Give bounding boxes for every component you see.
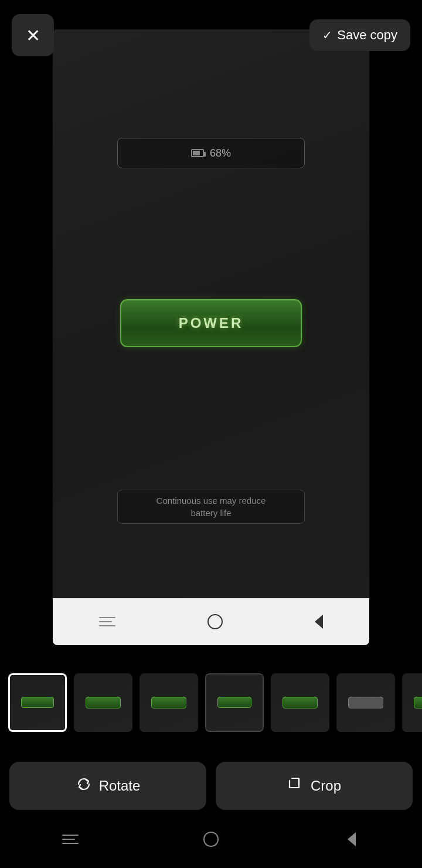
thumb-power-indicator (217, 697, 251, 708)
battery-percentage: 68% (210, 147, 231, 160)
thumbnail-preview (206, 674, 263, 731)
battery-fill (193, 151, 200, 155)
thumbnail-strip (0, 669, 422, 736)
thumbnail-preview (402, 673, 422, 732)
warning-text: Continuous use may reducebattery life (156, 494, 266, 519)
battery-indicator: 68% (117, 138, 305, 168)
close-icon: ✕ (26, 25, 40, 46)
system-menu-icon[interactable] (59, 828, 82, 851)
thumbnail-item[interactable] (271, 673, 329, 732)
thumb-power-indicator (21, 697, 54, 708)
rotate-label: Rotate (99, 778, 141, 794)
power-label: POWER (179, 315, 244, 331)
thumbnail-item[interactable] (402, 673, 422, 732)
save-copy-label: Save copy (337, 28, 397, 43)
inner-menu-icon (99, 617, 115, 626)
thumbnail-item[interactable] (74, 673, 132, 732)
thumbnail-preview (10, 675, 65, 730)
system-nav (0, 816, 422, 868)
rotate-icon (76, 776, 92, 796)
thumb-power-indicator (348, 697, 383, 708)
thumb-power-indicator (414, 697, 422, 708)
save-copy-button[interactable]: ✓ Save copy (309, 19, 410, 51)
thumb-power-indicator (151, 697, 186, 708)
thumbnail-preview (74, 673, 132, 732)
screenshot-content: 68% POWER Continuous use may reducebatte… (53, 29, 369, 645)
thumb-power-indicator (86, 697, 121, 708)
rotate-button[interactable]: Rotate (9, 762, 206, 810)
crop-button[interactable]: Crop (216, 762, 413, 810)
close-button[interactable]: ✕ (12, 14, 54, 56)
inner-home-icon (207, 614, 223, 629)
inner-nav-bar (53, 598, 369, 645)
action-bar: Rotate Crop (0, 757, 422, 815)
power-button[interactable]: POWER (120, 299, 302, 347)
system-back-icon[interactable] (340, 828, 363, 851)
crop-icon (287, 776, 304, 796)
inner-back-icon (315, 615, 323, 629)
thumbnail-preview (336, 673, 395, 732)
thumbnail-preview (271, 673, 329, 732)
system-home-icon[interactable] (199, 828, 223, 851)
thumbnail-item[interactable] (336, 673, 395, 732)
thumbnail-item[interactable] (205, 673, 264, 732)
thumbnail-item[interactable] (8, 673, 67, 732)
checkmark-icon: ✓ (322, 28, 332, 42)
warning-box: Continuous use may reducebattery life (117, 490, 305, 524)
top-bar: ✕ ✓ Save copy (0, 0, 422, 70)
screenshot-preview: 68% POWER Continuous use may reducebatte… (53, 29, 369, 645)
battery-icon (191, 149, 204, 157)
thumbnail-preview (139, 673, 198, 732)
thumb-power-indicator (283, 697, 318, 708)
thumbnail-item[interactable] (139, 673, 198, 732)
crop-label: Crop (311, 778, 341, 794)
